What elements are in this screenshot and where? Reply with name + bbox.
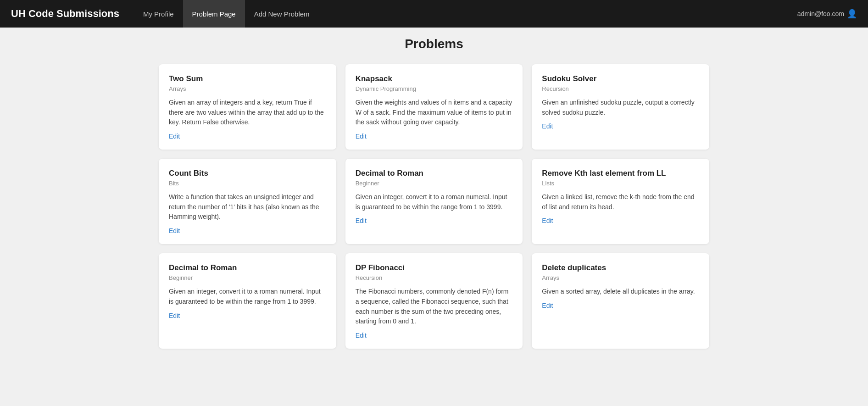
problem-card-7: Decimal to Roman Beginner Given an integ…: [159, 253, 336, 349]
problems-grid: Two Sum Arrays Given an array of integer…: [150, 64, 718, 349]
card-edit-link[interactable]: Edit: [169, 133, 180, 140]
nav-my-profile[interactable]: My Profile: [134, 0, 183, 28]
nav-problem-page[interactable]: Problem Page: [183, 0, 245, 28]
problem-card-6: Remove Kth last element from LL Lists Gi…: [532, 159, 709, 244]
card-description: Given the weights and values of n items …: [356, 98, 513, 128]
card-description: Given an integer, convert it to a roman …: [169, 287, 326, 306]
card-category: Recursion: [356, 274, 513, 281]
problem-card-1: Two Sum Arrays Given an array of integer…: [159, 64, 336, 150]
card-category: Lists: [542, 180, 699, 187]
card-title: Two Sum: [169, 74, 326, 83]
card-title: Decimal to Roman: [169, 263, 326, 273]
card-title: DP Fibonacci: [356, 263, 513, 273]
page-title: Problems: [0, 37, 868, 51]
card-description: The Fibonacci numbers, commonly denoted …: [356, 287, 513, 327]
card-edit-link[interactable]: Edit: [356, 332, 367, 339]
user-icon: 👤: [847, 9, 857, 19]
card-category: Bits: [169, 180, 326, 187]
nav-links: My Profile Problem Page Add New Problem: [134, 0, 797, 28]
problem-card-4: Count Bits Bits Write a function that ta…: [159, 159, 336, 244]
card-category: Dynamic Programming: [356, 85, 513, 92]
problem-card-2: Knapsack Dynamic Programming Given the w…: [345, 64, 523, 150]
card-title: Knapsack: [356, 74, 513, 83]
main-content: Problems Two Sum Arrays Given an array o…: [0, 0, 868, 367]
card-edit-link[interactable]: Edit: [169, 312, 180, 319]
nav-add-new-problem[interactable]: Add New Problem: [245, 0, 319, 28]
card-category: Arrays: [542, 274, 699, 281]
card-title: Delete duplicates: [542, 263, 699, 273]
card-title: Remove Kth last element from LL: [542, 169, 699, 178]
card-edit-link[interactable]: Edit: [542, 302, 553, 309]
brand-title: UH Code Submissions: [11, 8, 119, 20]
card-edit-link[interactable]: Edit: [356, 217, 367, 224]
card-description: Given an array of integers and a key, re…: [169, 98, 326, 128]
problem-card-5: Decimal to Roman Beginner Given an integ…: [345, 159, 523, 244]
card-edit-link[interactable]: Edit: [542, 217, 553, 224]
card-description: Given an unfinished sudoku puzzle, outpu…: [542, 98, 699, 117]
card-edit-link[interactable]: Edit: [356, 133, 367, 140]
card-description: Given a sorted array, delete all duplica…: [542, 287, 699, 297]
problem-card-9: Delete duplicates Arrays Given a sorted …: [532, 253, 709, 349]
card-title: Decimal to Roman: [356, 169, 513, 178]
card-title: Count Bits: [169, 169, 326, 178]
card-category: Arrays: [169, 85, 326, 92]
card-description: Given a linked list, remove the k-th nod…: [542, 192, 699, 212]
user-email: admin@foo.com: [797, 10, 844, 17]
card-description: Given an integer, convert it to a roman …: [356, 192, 513, 212]
card-category: Recursion: [542, 85, 699, 92]
card-edit-link[interactable]: Edit: [542, 122, 553, 130]
card-category: Beginner: [169, 274, 326, 281]
problem-card-8: DP Fibonacci Recursion The Fibonacci num…: [345, 253, 523, 349]
user-info: admin@foo.com 👤: [797, 9, 857, 19]
card-title: Sudoku Solver: [542, 74, 699, 83]
card-edit-link[interactable]: Edit: [169, 227, 180, 234]
navbar: UH Code Submissions My Profile Problem P…: [0, 0, 868, 28]
card-description: Write a function that takes an unsigned …: [169, 192, 326, 222]
card-category: Beginner: [356, 180, 513, 187]
problem-card-3: Sudoku Solver Recursion Given an unfinis…: [532, 64, 709, 150]
